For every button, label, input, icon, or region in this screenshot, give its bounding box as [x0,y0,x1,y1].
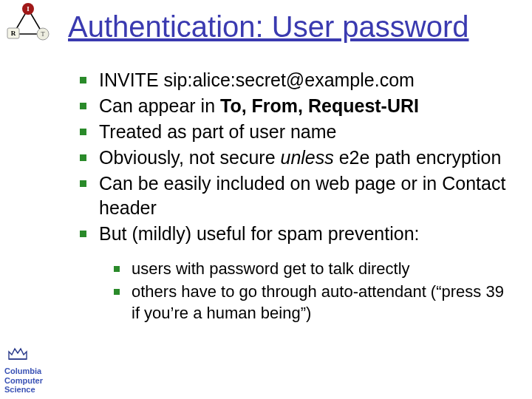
list-item: Can be easily included on web page or in… [77,171,514,220]
bullet-italic: unless [280,147,333,168]
bullet-bold: To, From, Request-URI [220,95,419,116]
bullet-text: Can be easily included on web page or in… [99,173,505,218]
list-item: others have to go through auto-attendant… [111,281,514,324]
bullet-text: Can appear in [99,95,220,116]
bullet-text: INVITE sip:alice:secret@example.com [99,69,415,90]
bullet-text: But (mildly) useful for spam prevention: [99,223,420,244]
svg-text:R: R [11,30,16,37]
list-item: But (mildly) useful for spam prevention: [77,222,514,246]
bullet-list: INVITE sip:alice:secret@example.com Can … [77,68,514,246]
bullet-text: Treated as part of user name [99,121,336,142]
bullet-text: others have to go through auto-attendant… [132,282,504,322]
svg-text:I: I [27,5,30,13]
irt-logo: I R T [4,1,52,43]
bullet-text: e2e path encryption [334,147,502,168]
footer-line: Computer [4,376,62,386]
bullet-text: users with password get to talk directly [132,259,410,278]
footer-line: Columbia [4,366,62,376]
footer-text: Columbia Computer Science [4,366,62,395]
slide: I R T Authentication: User password INVI… [0,0,532,399]
list-item: Obviously, not secure unless e2e path en… [77,146,514,170]
slide-body: INVITE sip:alice:secret@example.com Can … [77,68,514,325]
list-item: Treated as part of user name [77,120,514,144]
bullet-text: Obviously, not secure [99,147,280,168]
list-item: Can appear in To, From, Request-URI [77,94,514,118]
footer-line: Science [4,385,62,395]
svg-text:T: T [41,30,45,38]
sub-bullet-list: users with password get to talk directly… [111,258,514,324]
list-item: users with password get to talk directly [111,258,514,279]
slide-title: Authentication: User password [68,10,469,44]
crown-icon [6,344,30,362]
list-item: INVITE sip:alice:secret@example.com [77,68,514,92]
footer-logo: Columbia Computer Science [4,344,62,395]
